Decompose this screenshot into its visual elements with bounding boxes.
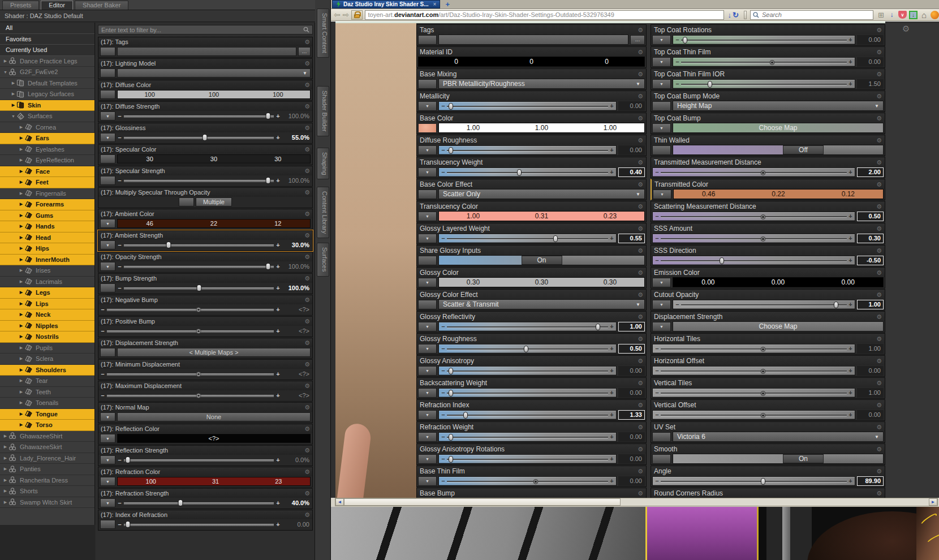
gear-icon[interactable]: ⚙ [876,358,882,364]
sidebar-item-pupils[interactable]: ▶Pupils [0,343,94,354]
gear-icon[interactable]: ⚙ [304,297,310,303]
slider-thumb[interactable] [196,329,201,334]
param-value[interactable]: 100.0% [282,285,311,291]
param-option-button[interactable]: ▼ [652,57,671,67]
filter-input[interactable]: Enter text to filter by... [98,25,313,35]
slider-thumb[interactable] [834,301,838,308]
minus-button[interactable]: – [441,102,446,109]
toggle-button[interactable]: On [783,454,824,463]
color-channel-value[interactable]: 100 [144,91,154,98]
minus-button[interactable]: – [441,455,446,462]
minus-button[interactable]: – [441,477,446,484]
site-identity-button[interactable] [351,10,363,20]
gear-icon[interactable]: ⚙ [638,204,643,209]
gear-icon[interactable]: ⚙ [304,490,310,496]
gear-icon[interactable]: ⚙ [304,168,310,174]
param-value[interactable]: 100.0% [282,113,311,119]
slider-track[interactable] [106,370,274,378]
sidebar-item-shoulders[interactable]: ▶Shoulders [0,365,94,376]
toggle-button[interactable]: Off [783,145,824,154]
color-bar[interactable]: 1003123 [117,477,311,486]
sidebar-item-toenails[interactable]: ▶Toenails [0,398,94,409]
slider-bar[interactable]: –+ [117,284,281,292]
color-channel-value[interactable]: 0 [605,58,609,66]
gear-icon[interactable]: ⚙ [304,104,310,109]
chevron-right-icon[interactable]: ▶ [18,235,24,240]
plus-button[interactable]: + [609,477,614,484]
slider-thumb[interactable] [266,113,271,119]
slider-thumb[interactable] [553,235,558,242]
gear-icon[interactable]: ⚙ [638,248,643,253]
minus-button[interactable]: – [441,433,446,440]
gear-icon[interactable]: ⚙ [876,137,882,143]
param-option-button[interactable]: ▼ [100,262,115,271]
minus-button[interactable]: – [117,134,122,141]
color-channel-value[interactable]: 0.30 [467,278,480,286]
sidebar-item-swamp-witch-skirt[interactable]: ▶Swamp Witch Skirt [0,497,94,509]
color-thumbnail[interactable] [418,123,437,133]
slider-track[interactable] [446,102,609,110]
color-channel-value[interactable]: 46 [147,220,153,227]
chevron-right-icon[interactable]: ▶ [18,246,24,251]
param-value[interactable]: <?> [282,306,311,313]
gear-icon[interactable]: ⚙ [876,160,882,165]
tab-editor[interactable]: Editor [41,1,73,10]
plus-button[interactable]: + [609,455,614,462]
download-icon[interactable]: ↓ [888,11,896,19]
param-option-button[interactable] [100,90,115,99]
param-value[interactable]: 0.00 [282,521,311,528]
plus-button[interactable]: + [848,389,853,396]
param-value[interactable]: 0.0% [282,456,311,463]
home-icon[interactable]: ⌂ [920,11,928,19]
slider-bar[interactable]: –+ [652,344,855,354]
slider-track[interactable] [660,212,848,221]
slider-bar[interactable]: –+ [438,388,617,398]
gear-icon[interactable]: ⚙ [876,380,882,386]
color-channel-value[interactable]: 30 [147,156,153,162]
minus-button[interactable]: – [654,169,660,175]
color-channel-value[interactable]: 0.30 [604,278,617,286]
slider-thumb[interactable] [770,60,775,65]
chevron-down-icon[interactable]: ▼ [2,70,8,74]
plus-button[interactable]: + [848,477,853,484]
plus-button[interactable]: + [848,367,853,374]
color-channel-value[interactable]: 0.12 [842,190,855,198]
param-value[interactable]: 0.00 [857,366,884,376]
slider-thumb[interactable] [126,456,131,463]
minus-button[interactable]: – [117,285,122,291]
slider-bar[interactable]: –+ [438,432,617,442]
dropdown[interactable]: Height Map▼ [673,101,884,111]
param-option-button[interactable] [100,47,115,56]
slider-track[interactable] [446,344,609,353]
gear-icon[interactable]: ⚙ [638,446,643,452]
chevron-right-icon[interactable]: ▶ [18,423,24,427]
list-item-currently-used[interactable]: Currently Used [0,45,94,56]
sidebar-item-head[interactable]: ▶Head [0,232,94,244]
chevron-right-icon[interactable]: ▶ [2,59,8,63]
plus-button[interactable]: + [848,58,853,65]
gear-icon[interactable]: ⚙ [638,424,643,430]
chevron-right-icon[interactable]: ▶ [18,346,24,350]
minus-button[interactable]: – [117,521,122,528]
param-option-button[interactable] [652,432,671,442]
chevron-right-icon[interactable]: ▶ [18,312,24,317]
color-channel-value[interactable]: 1.00 [467,124,480,132]
slider-bar[interactable]: –+ [100,391,281,399]
param-option-button[interactable] [652,101,671,111]
color-channel-value[interactable]: 0.31 [535,212,548,220]
sidebar-item-gums[interactable]: ▶Gums [0,210,94,222]
param-option-button[interactable]: ▼ [100,498,115,507]
gear-icon[interactable]: ⚙ [638,358,643,364]
chevron-right-icon[interactable]: ▶ [2,489,8,493]
param-option-button[interactable]: ▼ [418,234,437,243]
slider-track[interactable] [123,176,274,184]
gear-icon[interactable]: ⚙ [304,512,310,518]
param-option-button[interactable]: ▼ [418,145,437,155]
minus-button[interactable]: – [441,389,446,396]
slider-thumb[interactable] [761,478,765,485]
chevron-right-icon[interactable]: ▶ [18,368,24,372]
gear-icon[interactable]: ⚙ [876,226,882,231]
minus-button[interactable]: – [100,392,105,399]
sidebar-item-ghawazeeskirt[interactable]: ▶GhawazeeSkirt [0,442,94,453]
param-option-button[interactable]: ▼ [100,477,115,486]
